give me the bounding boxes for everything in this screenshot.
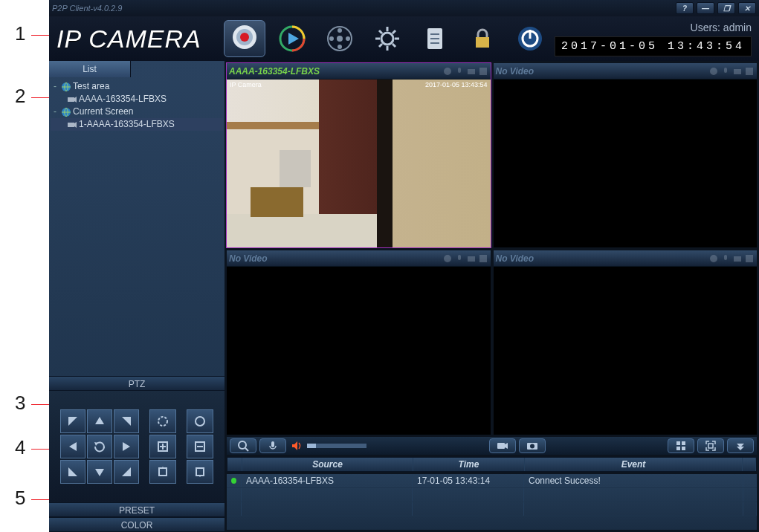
ptz-down-left[interactable]	[60, 460, 85, 484]
tile-talk-icon[interactable]	[454, 66, 465, 77]
ptz-left[interactable]	[60, 435, 85, 458]
tile-close-icon[interactable]	[478, 253, 488, 264]
svg-line-71	[245, 448, 248, 451]
svg-point-66	[710, 255, 717, 262]
svg-point-9	[337, 45, 342, 49]
ptz-up-right[interactable]	[114, 409, 139, 433]
zoom-out[interactable]	[187, 460, 213, 484]
iris-open[interactable]	[149, 409, 176, 433]
log-body[interactable]: AAAA-163354-LFBXS 17-01-05 13:43:14 Conn…	[227, 474, 757, 530]
camera-icon	[67, 94, 77, 105]
svg-rect-80	[676, 447, 680, 450]
tile-record-icon[interactable]	[708, 253, 719, 264]
log-header: Source Time Event	[227, 457, 757, 472]
svg-rect-59	[724, 68, 727, 73]
device-tree[interactable]: - Test area AAAA-163354-LFBXS - Current …	[49, 77, 225, 376]
svg-marker-36	[122, 417, 131, 426]
svg-rect-32	[68, 123, 74, 127]
iris-close[interactable]	[187, 409, 213, 433]
svg-point-70	[239, 441, 246, 449]
nav-logout-button[interactable]	[462, 20, 503, 57]
layout-grid-button[interactable]	[668, 438, 694, 453]
tile-snapshot-icon[interactable]	[732, 253, 743, 264]
hide-log-button[interactable]	[727, 438, 754, 453]
nav-live-button[interactable]	[224, 20, 265, 57]
digital-zoom-button[interactable]	[230, 438, 256, 453]
snapshot-button[interactable]	[519, 438, 546, 453]
focus-far[interactable]	[187, 435, 213, 458]
focus-near[interactable]	[149, 435, 176, 458]
tile-close-icon[interactable]	[744, 66, 755, 77]
tree-device-1[interactable]: AAAA-163354-LFBXS	[51, 93, 223, 106]
nav-log-button[interactable]	[414, 20, 456, 57]
nav-playback-button[interactable]	[271, 20, 313, 57]
nav-settings-button[interactable]	[366, 20, 408, 57]
tree-area[interactable]: - Test area	[51, 80, 223, 93]
svg-marker-42	[122, 467, 131, 476]
tile-record-icon[interactable]	[442, 66, 453, 77]
log-row[interactable]	[227, 488, 757, 502]
talk-button[interactable]	[259, 438, 286, 453]
user-label: Users: admin	[691, 22, 752, 33]
log-row[interactable]	[227, 502, 757, 516]
zoom-in[interactable]	[149, 460, 176, 484]
nav-exit-button[interactable]	[509, 20, 551, 57]
tile-close-icon[interactable]	[744, 253, 755, 264]
tree-current-screen-label: Current Screen	[73, 106, 133, 118]
svg-marker-75	[505, 443, 508, 449]
svg-point-62	[444, 255, 451, 262]
video-tile-1[interactable]: AAAA-163354-LFBXS	[227, 63, 491, 247]
svg-point-8	[346, 36, 350, 41]
fullscreen-button[interactable]	[697, 438, 724, 453]
tree-current-screen[interactable]: - Current Screen	[51, 106, 223, 118]
tile-record-icon[interactable]	[442, 253, 453, 264]
window-title: P2P Client-v4.0.2.9	[52, 4, 122, 13]
collapse-icon[interactable]: -	[51, 80, 59, 93]
tile-4-title: No Video	[496, 253, 534, 264]
sidebar-tab-list[interactable]: List	[49, 61, 131, 77]
svg-marker-40	[68, 467, 77, 476]
log-row[interactable]: AAAA-163354-LFBXS 17-01-05 13:43:14 Conn…	[227, 474, 757, 488]
video-tile-2[interactable]: No Video	[494, 63, 758, 247]
record-all-button[interactable]	[489, 438, 516, 453]
power-icon	[515, 24, 545, 53]
tile-snapshot-icon[interactable]	[466, 253, 477, 264]
ptz-down[interactable]	[87, 460, 112, 484]
color-header[interactable]: COLOR	[49, 517, 225, 532]
speaker-icon[interactable]	[289, 438, 304, 453]
sidebar: List - Test area AAAA-163354-LFBXS -	[49, 61, 225, 532]
svg-marker-30	[74, 97, 77, 103]
tile-talk-icon[interactable]	[720, 66, 731, 77]
tree-device-2[interactable]: 1-AAAA-163354-LFBXS	[51, 118, 223, 131]
tile-1-title: AAAA-163354-LFBXS	[229, 66, 320, 77]
globe-icon	[61, 107, 71, 117]
maximize-button[interactable]: ❐	[717, 2, 735, 14]
help-button[interactable]: ?	[676, 2, 694, 14]
tile-talk-icon[interactable]	[720, 253, 731, 264]
svg-marker-35	[95, 417, 104, 424]
video-tile-4[interactable]: No Video	[494, 250, 758, 435]
minimize-button[interactable]: —	[697, 2, 714, 14]
ptz-up-left[interactable]	[60, 409, 85, 433]
collapse-icon[interactable]: -	[51, 106, 59, 118]
ptz-right[interactable]	[114, 435, 139, 458]
app-window: P2P Client-v4.0.2.9 ? — ❐ ✕ IP CAMERA	[49, 0, 759, 532]
svg-rect-68	[734, 256, 741, 262]
ptz-header[interactable]: PTZ	[49, 376, 225, 391]
nav-remote-playback-button[interactable]	[319, 20, 361, 57]
volume-slider[interactable]	[307, 444, 366, 448]
tile-close-icon[interactable]	[478, 66, 488, 77]
tile-snapshot-icon[interactable]	[732, 66, 743, 77]
svg-rect-67	[724, 255, 727, 260]
preset-header[interactable]: PRESET	[49, 502, 225, 517]
tile-snapshot-icon[interactable]	[466, 66, 477, 77]
ptz-down-right[interactable]	[114, 460, 139, 484]
ptz-up[interactable]	[87, 409, 112, 433]
video-tile-3[interactable]: No Video	[227, 250, 491, 435]
tile-record-icon[interactable]	[708, 66, 719, 77]
svg-rect-60	[734, 69, 741, 74]
log-header-source: Source	[242, 458, 413, 471]
close-button[interactable]: ✕	[738, 2, 756, 14]
ptz-auto[interactable]	[87, 435, 112, 458]
tile-talk-icon[interactable]	[454, 253, 465, 264]
